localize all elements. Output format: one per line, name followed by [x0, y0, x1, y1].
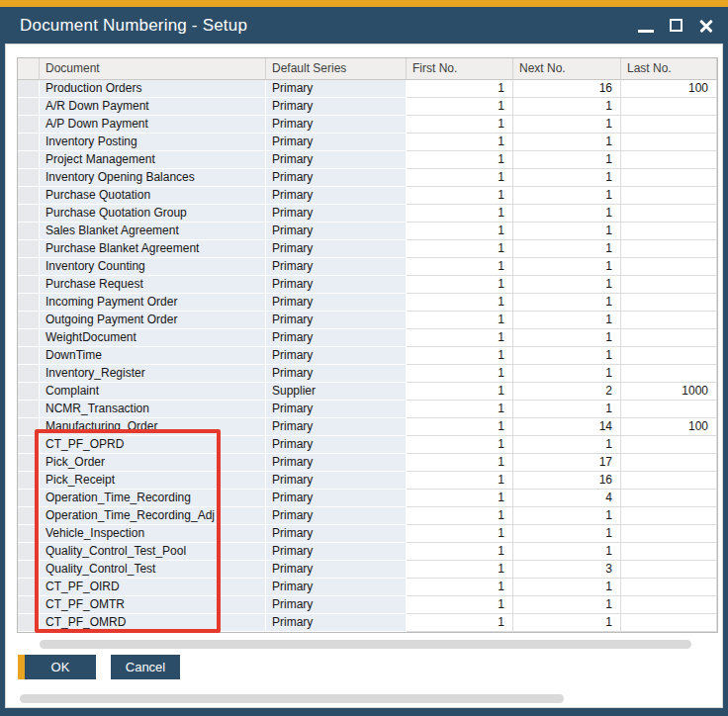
cell-first-no[interactable]: 1 — [407, 472, 513, 490]
table-row[interactable]: Inventory_Register Primary 1 1 — [18, 365, 717, 383]
cell-default-series[interactable]: Primary — [266, 329, 407, 347]
cell-last-no[interactable] — [621, 454, 717, 472]
column-header-first-no[interactable]: First No. — [407, 58, 513, 80]
cell-last-no[interactable] — [621, 223, 717, 240]
table-row[interactable]: Project Management Primary 1 1 — [18, 151, 717, 169]
cell-next-no[interactable]: 1 — [513, 151, 621, 169]
cell-next-no[interactable]: 1 — [513, 525, 621, 543]
cell-first-no[interactable]: 1 — [407, 205, 513, 223]
cell-last-no[interactable]: 1000 — [621, 383, 717, 401]
table-row[interactable]: Purchase Quotation Primary 1 1 — [18, 187, 717, 205]
table-row[interactable]: Inventory Opening Balances Primary 1 1 — [18, 169, 717, 187]
ok-button[interactable]: OK — [18, 655, 96, 679]
cell-default-series[interactable]: Primary — [266, 276, 407, 294]
cell-last-no[interactable] — [621, 507, 717, 525]
cell-default-series[interactable]: Primary — [266, 490, 407, 507]
cell-first-no[interactable]: 1 — [407, 525, 513, 543]
cell-first-no[interactable]: 1 — [407, 312, 513, 329]
cell-default-series[interactable]: Primary — [266, 258, 407, 276]
cell-next-no[interactable]: 1 — [513, 596, 621, 614]
table-row[interactable]: Purchase Blanket Agreement Primary 1 1 — [18, 240, 717, 258]
cell-default-series[interactable]: Primary — [266, 223, 407, 240]
cell-next-no[interactable]: 1 — [513, 294, 621, 312]
table-row[interactable]: Production Orders Primary 1 16 100 — [18, 80, 717, 98]
cell-first-no[interactable]: 1 — [407, 365, 513, 383]
cell-default-series[interactable]: Primary — [266, 561, 407, 579]
table-row[interactable]: Operation_Time_Recording Primary 1 4 — [18, 490, 717, 507]
cell-next-no[interactable]: 1 — [513, 240, 621, 258]
table-row[interactable]: Purchase Quotation Group Primary 1 1 — [18, 205, 717, 223]
table-row[interactable]: CT_PF_OMRD Primary 1 1 — [18, 614, 717, 632]
row-header-cell[interactable] — [18, 80, 40, 98]
cell-next-no[interactable]: 1 — [513, 543, 621, 561]
row-header-cell[interactable] — [18, 561, 40, 579]
cell-default-series[interactable]: Primary — [266, 240, 407, 258]
cell-last-no[interactable] — [621, 401, 717, 418]
cell-next-no[interactable]: 2 — [513, 383, 621, 401]
cell-default-series[interactable]: Primary — [266, 205, 407, 223]
cell-first-no[interactable]: 1 — [407, 187, 513, 205]
cell-default-series[interactable]: Primary — [266, 579, 407, 596]
cell-default-series[interactable]: Primary — [266, 507, 407, 525]
cell-next-no[interactable]: 1 — [513, 258, 621, 276]
cell-last-no[interactable] — [621, 134, 717, 151]
cell-next-no[interactable]: 1 — [513, 347, 621, 365]
cell-last-no[interactable] — [621, 329, 717, 347]
maximize-icon[interactable] — [670, 19, 682, 32]
cell-default-series[interactable]: Primary — [266, 418, 407, 436]
cell-default-series[interactable]: Primary — [266, 401, 407, 418]
cell-default-series[interactable]: Primary — [266, 98, 407, 116]
cell-first-no[interactable]: 1 — [407, 134, 513, 151]
cell-first-no[interactable]: 1 — [407, 223, 513, 240]
table-row[interactable]: Purchase Request Primary 1 1 — [18, 276, 717, 294]
column-header-next-no[interactable]: Next No. — [513, 58, 621, 80]
cell-last-no[interactable] — [621, 596, 717, 614]
cell-default-series[interactable]: Primary — [266, 187, 407, 205]
cell-next-no[interactable]: 1 — [513, 276, 621, 294]
cell-default-series[interactable]: Primary — [266, 80, 407, 98]
table-row[interactable]: NCMR_Transaction Primary 1 1 — [18, 401, 717, 418]
cell-next-no[interactable]: 1 — [513, 223, 621, 240]
row-header-cell[interactable] — [18, 205, 40, 223]
cell-first-no[interactable]: 1 — [407, 436, 513, 454]
row-header-cell[interactable] — [18, 258, 40, 276]
cell-next-no[interactable]: 1 — [513, 365, 621, 383]
cell-first-no[interactable]: 1 — [407, 596, 513, 614]
row-header-cell[interactable] — [18, 525, 40, 543]
row-header-cell[interactable] — [18, 454, 40, 472]
table-row[interactable]: CT_PF_OIRD Primary 1 1 — [18, 579, 717, 596]
cell-default-series[interactable]: Primary — [266, 614, 407, 632]
table-row[interactable]: Quality_Control_Test Primary 1 3 — [18, 561, 717, 579]
table-row[interactable]: Sales Blanket Agreement Primary 1 1 — [18, 223, 717, 240]
row-header-cell[interactable] — [18, 294, 40, 312]
row-header-cell[interactable] — [18, 347, 40, 365]
row-header-cell[interactable] — [18, 383, 40, 401]
table-row[interactable]: Incoming Payment Order Primary 1 1 — [18, 294, 717, 312]
cancel-button[interactable]: Cancel — [111, 655, 180, 679]
table-row[interactable]: CT_PF_OMTR Primary 1 1 — [18, 596, 717, 614]
cell-last-no[interactable] — [621, 365, 717, 383]
close-icon[interactable] — [698, 18, 714, 34]
cell-first-no[interactable]: 1 — [407, 276, 513, 294]
row-header-cell[interactable] — [18, 418, 40, 436]
table-row[interactable]: Inventory Counting Primary 1 1 — [18, 258, 717, 276]
cell-next-no[interactable]: 1 — [513, 507, 621, 525]
cell-default-series[interactable]: Primary — [266, 151, 407, 169]
cell-default-series[interactable]: Primary — [266, 543, 407, 561]
cell-next-no[interactable]: 16 — [513, 472, 621, 490]
cell-first-no[interactable]: 1 — [407, 258, 513, 276]
cell-next-no[interactable]: 1 — [513, 312, 621, 329]
cell-first-no[interactable]: 1 — [407, 294, 513, 312]
table-row[interactable]: Quality_Control_Test_Pool Primary 1 1 — [18, 543, 717, 561]
table-row[interactable]: Manufacturing_Order Primary 1 14 100 — [18, 418, 717, 436]
cell-first-no[interactable]: 1 — [407, 454, 513, 472]
cell-next-no[interactable]: 1 — [513, 116, 621, 134]
cell-first-no[interactable]: 1 — [407, 543, 513, 561]
cell-last-no[interactable] — [621, 205, 717, 223]
row-header-cell[interactable] — [18, 98, 40, 116]
cell-default-series[interactable]: Primary — [266, 312, 407, 329]
column-header-default-series[interactable]: Default Series — [266, 58, 407, 80]
row-header-cell[interactable] — [18, 401, 40, 418]
cell-last-no[interactable] — [621, 472, 717, 490]
cell-next-no[interactable]: 1 — [513, 169, 621, 187]
